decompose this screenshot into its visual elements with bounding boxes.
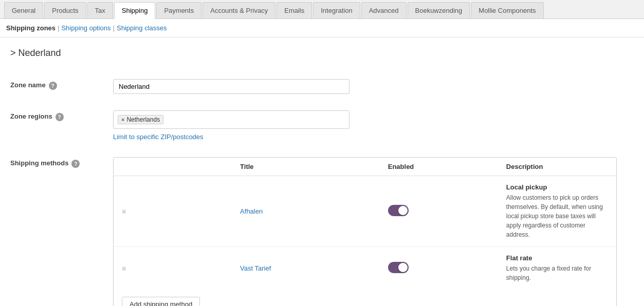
drag-handle-icon: ≡ — [122, 264, 125, 273]
zone-regions-row: Zone regions ? × Netherlands Limit to sp… — [10, 102, 634, 149]
breadcrumb-current: Nederland — [19, 48, 61, 58]
tab-boekuwzending[interactable]: Boekuwzending — [408, 2, 470, 18]
sub-nav: Shipping zones|Shipping options|Shipping… — [0, 19, 644, 37]
method-description-afhalen: Local pickupAllow customers to pick up o… — [498, 176, 616, 247]
desc-text-vast-tarief: Lets you charge a fixed rate for shippin… — [506, 264, 608, 282]
main-content: > Nederland Zone name ? — [0, 37, 644, 306]
shipping-methods-row: Shipping methods ? Title Enabled — [10, 149, 634, 306]
drag-handle-icon: ≡ — [122, 207, 125, 216]
tab-integration[interactable]: Integration — [313, 2, 360, 18]
col-description-header: Description — [498, 158, 616, 176]
methods-table: Title Enabled Description ≡AfhalenLocal … — [114, 158, 616, 290]
zone-name-help-icon[interactable]: ? — [49, 82, 57, 90]
shipping-methods-label-container: Shipping methods ? — [10, 159, 103, 168]
method-link-afhalen[interactable]: Afhalen — [240, 207, 263, 215]
form-table: Zone name ? Zone regions ? — [10, 71, 634, 306]
sub-nav-shipping-classes[interactable]: Shipping classes — [117, 24, 167, 32]
tab-emails[interactable]: Emails — [277, 2, 312, 18]
zone-name-label-container: Zone name ? — [10, 81, 103, 90]
desc-text-afhalen: Allow customers to pick up orders themse… — [506, 193, 608, 239]
method-description-vast-tarief: Flat rateLets you charge a fixed rate fo… — [498, 247, 616, 290]
sub-nav-separator: | — [58, 24, 59, 32]
sub-nav-shipping-zones[interactable]: Shipping zones — [6, 24, 56, 32]
method-enabled-afhalen — [380, 176, 498, 247]
method-title-afhalen: Afhalen — [232, 176, 380, 247]
zone-name-row: Zone name ? — [10, 71, 634, 102]
col-drag-header — [114, 158, 232, 176]
tab-mollie-components[interactable]: Mollie Components — [471, 2, 543, 18]
method-enabled-vast-tarief — [380, 247, 498, 290]
tab-payments[interactable]: Payments — [156, 2, 201, 18]
tabs-bar: GeneralProductsTaxShippingPaymentsAccoun… — [0, 0, 644, 19]
tab-products[interactable]: Products — [44, 2, 86, 18]
tag-remove-icon[interactable]: × — [121, 117, 124, 123]
zone-regions-label-container: Zone regions ? — [10, 112, 103, 121]
toggle-afhalen[interactable] — [388, 205, 409, 216]
tab-accounts-privacy[interactable]: Accounts & Privacy — [203, 2, 275, 18]
zone-name-input[interactable] — [113, 79, 349, 94]
shipping-methods-container: Title Enabled Description ≡AfhalenLocal … — [113, 157, 617, 306]
netherlands-tag: × Netherlands — [118, 115, 163, 124]
zone-name-label: Zone name — [10, 81, 46, 89]
sub-nav-separator: | — [113, 24, 115, 32]
col-title-header: Title — [232, 158, 380, 176]
zone-regions-input[interactable]: × Netherlands — [113, 110, 349, 129]
desc-title-vast-tarief: Flat rate — [506, 254, 608, 262]
breadcrumb: > Nederland — [10, 48, 634, 59]
sub-nav-shipping-options[interactable]: Shipping options — [61, 24, 111, 32]
drag-handle[interactable]: ≡ — [114, 247, 232, 290]
drag-handle[interactable]: ≡ — [114, 176, 232, 247]
tab-tax[interactable]: Tax — [87, 2, 113, 18]
breadcrumb-separator: > — [10, 48, 16, 58]
methods-table-header-row: Title Enabled Description — [114, 158, 616, 176]
desc-title-afhalen: Local pickup — [506, 183, 608, 191]
shipping-methods-help-icon[interactable]: ? — [71, 160, 80, 168]
table-row: ≡Vast TariefFlat rateLets you charge a f… — [114, 247, 616, 290]
zip-postcodes-link[interactable]: Limit to specific ZIP/postcodes — [113, 133, 634, 141]
zone-regions-help-icon[interactable]: ? — [56, 113, 64, 121]
tab-advanced[interactable]: Advanced — [361, 2, 407, 18]
method-link-vast-tarief[interactable]: Vast Tarief — [240, 264, 271, 272]
zone-regions-label: Zone regions — [10, 112, 52, 120]
method-title-vast-tarief: Vast Tarief — [232, 247, 380, 290]
toggle-vast-tarief[interactable] — [388, 262, 409, 273]
col-enabled-header: Enabled — [380, 158, 498, 176]
tab-general[interactable]: General — [4, 2, 43, 18]
tag-label: Netherlands — [126, 116, 160, 123]
add-method-section: Add shipping method — [114, 290, 616, 306]
shipping-methods-label: Shipping methods — [10, 159, 68, 167]
table-row: ≡AfhalenLocal pickupAllow customers to p… — [114, 176, 616, 247]
tab-shipping[interactable]: Shipping — [114, 2, 156, 19]
add-shipping-method-button[interactable]: Add shipping method — [122, 297, 200, 306]
